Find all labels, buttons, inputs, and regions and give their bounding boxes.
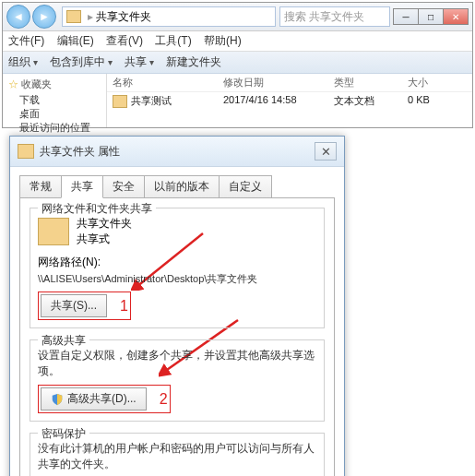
shield-icon <box>51 393 64 406</box>
breadcrumb-sep-icon: ▸ <box>88 10 93 23</box>
tab-panel: 网络文件和文件夹共享 共享文件夹 共享式 网络路径(N): \\ALISE\Us… <box>19 197 335 476</box>
col-name[interactable]: 名称 <box>113 76 223 89</box>
share-button[interactable]: 共享(S)... <box>41 294 107 317</box>
advanced-share-group: 高级共享 设置自定义权限，创建多个共享，并设置其他高级共享选项。 高级共享(D)… <box>30 339 325 422</box>
dialog-titlebar: 共享文件夹 属性 ✕ <box>10 137 344 167</box>
address-segment[interactable]: 共享文件夹 <box>96 9 151 25</box>
annotation-number-1: 1 <box>120 298 128 315</box>
sidebar: 收藏夹 下载 桌面 最近访问的位置 <box>3 74 107 127</box>
tab-custom[interactable]: 自定义 <box>219 175 272 198</box>
close-button[interactable]: ✕ <box>443 8 469 25</box>
folder-icon <box>38 218 69 245</box>
menu-bar: 文件(F) 编辑(E) 查看(V) 工具(T) 帮助(H) <box>3 31 472 52</box>
network-path-label: 网络路径(N): <box>38 255 316 270</box>
menu-file[interactable]: 文件(F) <box>8 34 44 47</box>
column-headers: 名称 修改日期 类型 大小 <box>107 74 472 92</box>
address-bar[interactable]: ▸ 共享文件夹 <box>62 6 276 27</box>
forward-button[interactable]: ► <box>32 5 56 29</box>
toolbar-include[interactable]: 包含到库中 <box>50 55 113 68</box>
network-share-group: 网络文件和文件夹共享 共享文件夹 共享式 网络路径(N): \\ALISE\Us… <box>30 208 325 328</box>
file-name: 共享测试 <box>131 94 172 108</box>
file-list: 名称 修改日期 类型 大小 共享测试 2017/4/16 14:58 文本文档 … <box>107 74 472 127</box>
password-protect-group: 密码保护 没有此计算机的用户帐户和密码的用户可以访问与所有人共享的文件夹。 若要… <box>30 433 325 476</box>
explorer-topbar: ◄ ► ▸ 共享文件夹 搜索 共享文件夹 ─ □ ✕ <box>3 3 472 31</box>
properties-dialog: 共享文件夹 属性 ✕ 常规 共享 安全 以前的版本 自定义 网络文件和文件夹共享… <box>9 136 345 476</box>
sidebar-item-recent[interactable]: 最近访问的位置 <box>8 121 101 135</box>
sidebar-item-desktop[interactable]: 桌面 <box>8 107 101 121</box>
explorer-body: 收藏夹 下载 桌面 最近访问的位置 名称 修改日期 类型 大小 共享测试 201… <box>3 74 472 127</box>
file-size: 0 KB <box>408 94 463 108</box>
folder-name: 共享文件夹 <box>77 216 132 232</box>
sidebar-item-downloads[interactable]: 下载 <box>8 93 101 107</box>
tab-security[interactable]: 安全 <box>102 175 145 198</box>
file-type: 文本文档 <box>334 94 408 108</box>
tab-share[interactable]: 共享 <box>61 175 103 198</box>
folder-icon <box>66 10 81 23</box>
search-placeholder: 搜索 共享文件夹 <box>284 9 364 25</box>
file-icon <box>113 95 127 108</box>
toolbar-organize[interactable]: 组织 <box>8 55 38 68</box>
maximize-button[interactable]: □ <box>418 8 444 25</box>
toolbar-share[interactable]: 共享 <box>125 55 154 68</box>
annotation-mark-1: 共享(S)... 1 <box>38 292 131 320</box>
network-path-value: \\ALISE\Users\Administrator\Desktop\共享文件… <box>38 272 316 286</box>
toolbar-newfolder[interactable]: 新建文件夹 <box>166 55 221 68</box>
minimize-button[interactable]: ─ <box>393 8 419 25</box>
folder-summary: 共享文件夹 共享式 <box>38 216 316 247</box>
advanced-share-button[interactable]: 高级共享(D)... <box>41 387 147 411</box>
tabstrip: 常规 共享 安全 以前的版本 自定义 <box>10 167 344 197</box>
menu-edit[interactable]: 编辑(E) <box>57 34 94 47</box>
menu-view[interactable]: 查看(V) <box>106 34 143 47</box>
toolbar: 组织 包含到库中 共享 新建文件夹 <box>3 52 472 74</box>
col-date[interactable]: 修改日期 <box>223 76 334 89</box>
menu-help[interactable]: 帮助(H) <box>204 34 242 47</box>
folder-icon <box>18 144 34 159</box>
annotation-mark-2: 高级共享(D)... 2 <box>38 385 171 413</box>
file-date: 2017/4/16 14:58 <box>223 94 334 108</box>
search-input[interactable]: 搜索 共享文件夹 <box>279 6 390 27</box>
advanced-share-desc: 设置自定义权限，创建多个共享，并设置其他高级共享选项。 <box>38 348 316 379</box>
dialog-title: 共享文件夹 属性 <box>40 144 315 160</box>
dialog-close-button[interactable]: ✕ <box>315 142 337 161</box>
annotation-number-2: 2 <box>160 391 168 408</box>
col-size[interactable]: 大小 <box>408 76 463 89</box>
password-protect-desc: 没有此计算机的用户帐户和密码的用户可以访问与所有人共享的文件夹。 <box>38 441 316 472</box>
network-share-legend: 网络文件和文件夹共享 <box>38 201 156 217</box>
window-controls: ─ □ ✕ <box>394 8 469 25</box>
col-type[interactable]: 类型 <box>334 76 408 89</box>
list-item[interactable]: 共享测试 2017/4/16 14:58 文本文档 0 KB <box>107 92 472 110</box>
advanced-share-button-label: 高级共享(D)... <box>67 391 137 407</box>
password-protect-legend: 密码保护 <box>38 426 89 442</box>
sidebar-favorites-header[interactable]: 收藏夹 <box>8 77 101 91</box>
tab-general[interactable]: 常规 <box>19 175 62 198</box>
back-button[interactable]: ◄ <box>6 5 30 29</box>
advanced-share-legend: 高级共享 <box>38 333 89 349</box>
menu-tools[interactable]: 工具(T) <box>155 34 191 47</box>
share-state: 共享式 <box>77 232 132 247</box>
tab-previous[interactable]: 以前的版本 <box>144 175 220 198</box>
explorer-window: ◄ ► ▸ 共享文件夹 搜索 共享文件夹 ─ □ ✕ 文件(F) 编辑(E) 查… <box>2 2 473 128</box>
